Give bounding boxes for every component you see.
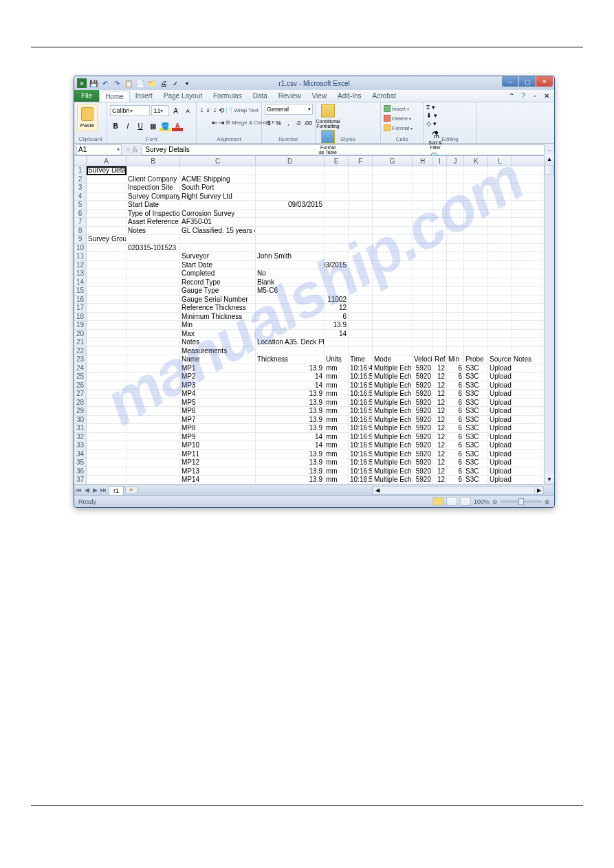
cell[interactable]: 13.9 bbox=[256, 424, 325, 432]
percent-button[interactable]: % bbox=[274, 118, 283, 129]
cell[interactable]: MP13 bbox=[180, 467, 256, 476]
cell[interactable] bbox=[87, 269, 127, 278]
cell[interactable]: 13.9 bbox=[256, 399, 325, 407]
row-header[interactable]: 15 bbox=[74, 287, 87, 296]
cell[interactable] bbox=[256, 304, 325, 312]
cell[interactable] bbox=[512, 296, 543, 304]
cell[interactable] bbox=[413, 235, 433, 243]
cell[interactable] bbox=[87, 458, 127, 467]
cell[interactable]: S3C bbox=[464, 372, 488, 381]
cell[interactable]: S3C bbox=[464, 467, 488, 476]
cell[interactable] bbox=[447, 269, 464, 278]
decrease-decimal-button[interactable]: .00 bbox=[304, 118, 313, 129]
cell[interactable]: mm bbox=[325, 390, 349, 398]
cell[interactable] bbox=[373, 175, 413, 183]
cell[interactable] bbox=[464, 296, 488, 304]
cell[interactable]: 14 bbox=[256, 433, 325, 441]
qat-icon[interactable]: ✓ bbox=[171, 78, 180, 88]
cell[interactable] bbox=[180, 166, 256, 175]
cell[interactable]: Upload bbox=[488, 372, 512, 381]
cell[interactable] bbox=[464, 278, 488, 287]
cell[interactable]: 5920 bbox=[413, 416, 433, 424]
cell[interactable] bbox=[488, 235, 512, 243]
cell[interactable] bbox=[413, 347, 433, 355]
cell[interactable] bbox=[127, 467, 180, 476]
cell[interactable] bbox=[488, 210, 512, 218]
cell[interactable]: 6 bbox=[447, 399, 464, 407]
cell[interactable] bbox=[413, 313, 433, 321]
cell[interactable] bbox=[349, 244, 373, 252]
fx-icon[interactable]: fx bbox=[133, 146, 138, 153]
cell[interactable] bbox=[256, 235, 325, 243]
cell[interactable] bbox=[447, 183, 464, 192]
cell[interactable] bbox=[349, 175, 373, 183]
cell[interactable] bbox=[373, 278, 413, 287]
row-header[interactable]: 12 bbox=[74, 261, 87, 270]
cell[interactable] bbox=[464, 227, 488, 235]
cell[interactable]: mm bbox=[325, 424, 349, 432]
cell[interactable] bbox=[87, 287, 127, 295]
cell[interactable] bbox=[464, 175, 488, 183]
cell[interactable] bbox=[127, 287, 180, 295]
cell[interactable]: Start Date bbox=[180, 261, 256, 269]
cell[interactable] bbox=[373, 227, 413, 235]
cell[interactable] bbox=[512, 441, 543, 449]
cell[interactable] bbox=[87, 364, 127, 372]
cell[interactable] bbox=[512, 381, 543, 390]
cell[interactable]: Upload bbox=[488, 458, 512, 467]
cell[interactable] bbox=[413, 278, 433, 287]
cell[interactable] bbox=[87, 227, 127, 235]
row-header[interactable]: 23 bbox=[74, 355, 87, 364]
row-header[interactable]: 20 bbox=[74, 330, 87, 339]
cell[interactable] bbox=[256, 261, 325, 269]
cell[interactable] bbox=[464, 330, 488, 338]
cell[interactable]: 12 bbox=[433, 381, 447, 390]
cell[interactable]: 5920 bbox=[413, 467, 433, 476]
cell[interactable]: Units bbox=[325, 355, 349, 364]
cell[interactable] bbox=[127, 338, 180, 346]
cell[interactable] bbox=[87, 252, 127, 260]
cell[interactable]: Multiple Echo bbox=[373, 441, 413, 449]
cell[interactable]: Survey Company bbox=[127, 192, 180, 201]
cell[interactable] bbox=[464, 287, 488, 295]
cell[interactable] bbox=[256, 218, 325, 226]
cell[interactable] bbox=[512, 390, 543, 398]
cell[interactable] bbox=[87, 407, 127, 415]
cell[interactable] bbox=[447, 235, 464, 243]
cell[interactable] bbox=[87, 355, 127, 364]
cell[interactable]: 10:16:52 bbox=[349, 416, 373, 424]
column-header[interactable]: J bbox=[447, 156, 464, 166]
undo-icon[interactable]: ↶ bbox=[100, 78, 110, 88]
cell[interactable]: MP5 bbox=[180, 399, 256, 407]
cell[interactable] bbox=[180, 244, 256, 252]
cell[interactable] bbox=[512, 467, 543, 476]
cell[interactable] bbox=[413, 183, 433, 192]
cell[interactable]: Record Type bbox=[180, 278, 256, 287]
cell[interactable] bbox=[127, 399, 180, 407]
cell[interactable] bbox=[127, 458, 180, 467]
cell[interactable] bbox=[127, 269, 180, 278]
cell[interactable] bbox=[349, 183, 373, 192]
format-button[interactable]: Format▾ bbox=[384, 123, 420, 133]
cell[interactable]: Gauge Type bbox=[180, 287, 256, 295]
cell[interactable] bbox=[373, 201, 413, 209]
cell[interactable] bbox=[349, 287, 373, 295]
cell[interactable] bbox=[325, 278, 349, 287]
cell[interactable] bbox=[512, 218, 543, 226]
cell[interactable]: mm bbox=[325, 467, 349, 476]
cell[interactable]: MP7 bbox=[180, 416, 256, 424]
cell[interactable] bbox=[512, 372, 543, 381]
cell[interactable]: 12 bbox=[433, 467, 447, 476]
cell[interactable] bbox=[512, 399, 543, 407]
cell[interactable] bbox=[512, 166, 543, 175]
cell[interactable]: ACME Shipping bbox=[180, 175, 256, 183]
row-header[interactable]: 2 bbox=[74, 175, 87, 184]
cell[interactable] bbox=[488, 278, 512, 287]
cell[interactable] bbox=[512, 424, 543, 432]
cell[interactable] bbox=[127, 321, 180, 329]
next-sheet-button[interactable]: ▶ bbox=[91, 487, 99, 493]
cell[interactable]: Blank bbox=[256, 278, 325, 287]
ribbon-tab-insert[interactable]: Insert bbox=[130, 91, 158, 102]
cell[interactable]: 6 bbox=[447, 424, 464, 432]
cell[interactable]: 12 bbox=[433, 450, 447, 458]
